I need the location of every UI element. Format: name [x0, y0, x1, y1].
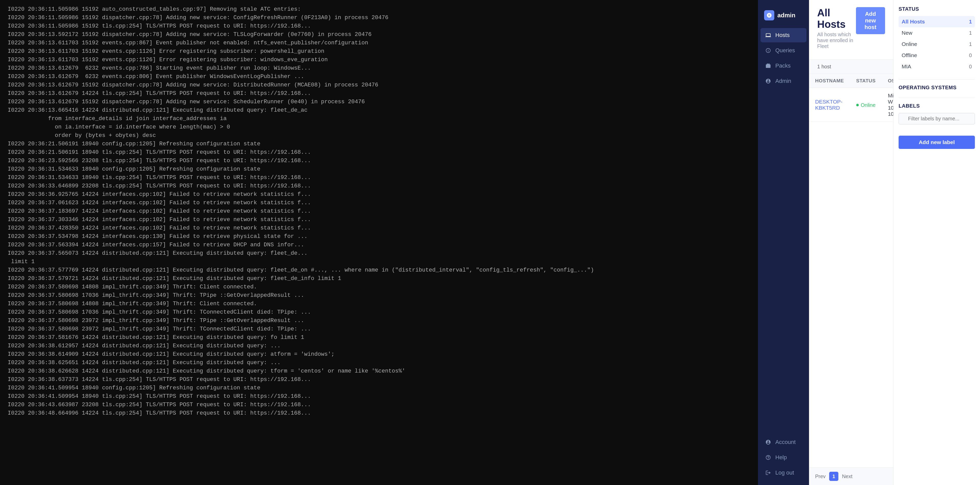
os-filter-title: Operating Systems	[899, 85, 975, 90]
filter-item-count: 0	[969, 64, 972, 70]
status-filter-section: Status All Hosts 1 New 1 Online 1 Offlin…	[899, 6, 975, 72]
sidebar-item-help[interactable]: Help	[760, 450, 807, 464]
filter-item-mia[interactable]: MIA 0	[899, 61, 975, 72]
sidebar-help-label: Help	[775, 454, 787, 461]
filter-item-label: Offline	[902, 52, 917, 59]
prev-label: Prev	[815, 474, 826, 479]
filter-item-label: Online	[902, 41, 917, 47]
right-filter-panel: Status All Hosts 1 New 1 Online 1 Offlin…	[893, 0, 980, 485]
sidebar-admin-label: Admin	[775, 78, 791, 84]
filter-item-count: 1	[969, 19, 972, 25]
page-title: All Hosts	[817, 7, 856, 30]
admin-label: admin	[777, 12, 795, 19]
col-status: Status	[850, 74, 882, 88]
filter-item-count: 1	[969, 41, 972, 47]
admin-icon	[765, 78, 772, 85]
status-badge: Online	[856, 102, 876, 108]
sidebar-item-account[interactable]: Account	[760, 435, 807, 449]
add-host-button[interactable]: Add new host	[856, 7, 885, 34]
fleet-logo-icon	[764, 10, 774, 21]
os-filter-section: Operating Systems	[899, 85, 975, 90]
status-filter-title: Status	[899, 6, 975, 12]
status-dot	[856, 104, 859, 106]
sidebar-account-label: Account	[775, 439, 796, 445]
col-os: OS	[882, 74, 893, 88]
sidebar-item-queries[interactable]: Queries	[760, 43, 807, 58]
help-icon	[765, 454, 772, 461]
next-label: Next	[842, 474, 853, 479]
add-label-button[interactable]: Add new label	[899, 136, 975, 149]
filter-item-count: 0	[969, 52, 972, 59]
host-count-label: 1 host	[809, 60, 893, 74]
filter-item-new[interactable]: New 1	[899, 27, 975, 38]
hosts-table: Hostname Status OS Osquery DESKTOP-KBKT5…	[809, 74, 893, 468]
hosts-icon	[765, 32, 772, 39]
packs-icon	[765, 62, 772, 69]
labels-filter-section: Labels 🔍 Add new label	[899, 103, 975, 149]
sidebar-logout-label: Log out	[775, 469, 794, 476]
filter-item-count: 1	[969, 30, 972, 36]
sidebar-item-packs[interactable]: Packs	[760, 59, 807, 73]
filter-item-label: All Hosts	[902, 19, 925, 25]
terminal-panel: I0220 20:36:11.505986 15192 auto_constru…	[0, 0, 758, 485]
page-1-button[interactable]: 1	[829, 472, 838, 481]
label-search-wrapper: 🔍	[899, 113, 975, 128]
filter-item-online[interactable]: Online 1	[899, 38, 975, 50]
queries-icon	[765, 47, 772, 54]
col-hostname: Hostname	[809, 74, 850, 88]
pagination: Prev 1 Next	[809, 468, 893, 485]
logout-icon	[765, 469, 772, 476]
sidebar-navigation: Hosts Queries Packs	[758, 28, 809, 433]
account-icon	[765, 439, 772, 446]
label-search-input[interactable]	[899, 113, 975, 124]
table-row: DESKTOP-KBKT5RD Online Microsoft Windows…	[809, 88, 893, 122]
filter-item-label: New	[902, 30, 912, 36]
page-subtitle: All hosts which have enrolled in Fleet	[817, 32, 856, 49]
os-cell: Microsoft Windows 10 Pro 10.0	[882, 88, 893, 122]
sidebar: admin Hosts Queries	[758, 0, 809, 485]
labels-filter-title: Labels	[899, 103, 975, 109]
sidebar-item-hosts[interactable]: Hosts	[760, 28, 807, 42]
page-header: All Hosts All hosts which have enrolled …	[809, 0, 893, 60]
sidebar-bottom: Account Help Log out	[758, 433, 809, 485]
hostname-link[interactable]: DESKTOP-KBKT5RD	[815, 99, 842, 111]
fleet-ui: admin Hosts Queries	[758, 0, 980, 485]
sidebar-packs-label: Packs	[775, 62, 791, 69]
filter-item-label: MIA	[902, 63, 911, 70]
divider-2	[899, 98, 975, 98]
sidebar-item-admin[interactable]: Admin	[760, 74, 807, 88]
sidebar-queries-label: Queries	[775, 47, 795, 54]
terminal-output: I0220 20:36:11.505986 15192 auto_constru…	[8, 5, 750, 417]
main-content: All Hosts All hosts which have enrolled …	[809, 0, 893, 485]
sidebar-item-logout[interactable]: Log out	[760, 466, 807, 480]
sidebar-logo: admin	[758, 5, 809, 28]
sidebar-hosts-label: Hosts	[775, 32, 790, 38]
filter-item-offline[interactable]: Offline 0	[899, 50, 975, 61]
filter-item-all-hosts[interactable]: All Hosts 1	[899, 16, 975, 27]
